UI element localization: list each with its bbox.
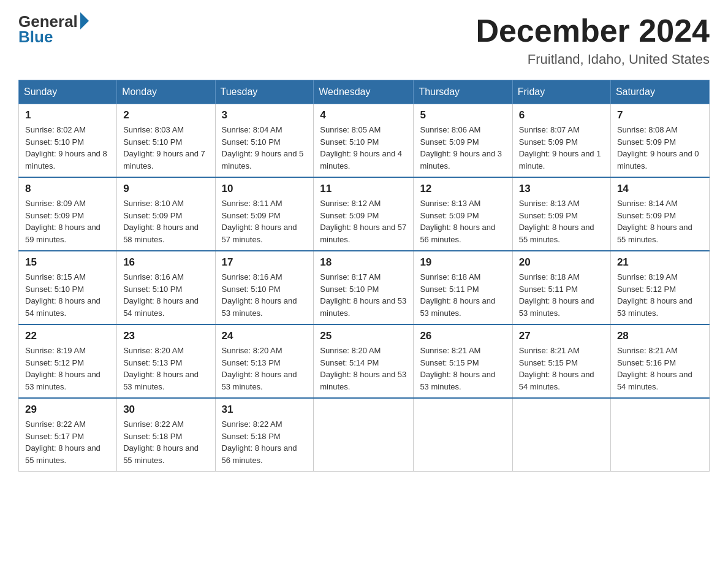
- calendar-cell: 2 Sunrise: 8:03 AMSunset: 5:10 PMDayligh…: [117, 104, 215, 178]
- day-number: 16: [123, 256, 208, 269]
- day-info: Sunrise: 8:22 AMSunset: 5:17 PMDaylight:…: [25, 419, 100, 465]
- day-info: Sunrise: 8:04 AMSunset: 5:10 PMDaylight:…: [222, 125, 304, 170]
- calendar-table: SundayMondayTuesdayWednesdayThursdayFrid…: [18, 80, 710, 472]
- day-number: 19: [420, 256, 506, 269]
- calendar-cell: 24 Sunrise: 8:20 AMSunset: 5:13 PMDaylig…: [215, 324, 314, 398]
- day-number: 29: [25, 404, 110, 416]
- day-number: 7: [617, 109, 703, 121]
- day-info: Sunrise: 8:05 AMSunset: 5:10 PMDaylight:…: [320, 125, 402, 170]
- calendar-week-row: 29 Sunrise: 8:22 AMSunset: 5:17 PMDaylig…: [19, 398, 710, 472]
- calendar-cell: [610, 398, 709, 472]
- calendar-cell: [512, 398, 610, 472]
- calendar-cell: 26 Sunrise: 8:21 AMSunset: 5:15 PMDaylig…: [414, 324, 512, 398]
- column-header-thursday: Thursday: [414, 80, 512, 104]
- day-info: Sunrise: 8:20 AMSunset: 5:14 PMDaylight:…: [320, 346, 406, 391]
- day-number: 30: [123, 404, 208, 416]
- day-number: 31: [222, 404, 308, 416]
- day-info: Sunrise: 8:02 AMSunset: 5:10 PMDaylight:…: [25, 125, 107, 170]
- day-number: 27: [519, 330, 604, 342]
- day-number: 24: [222, 330, 308, 342]
- column-header-tuesday: Tuesday: [215, 80, 314, 104]
- day-number: 21: [617, 256, 703, 269]
- calendar-cell: 29 Sunrise: 8:22 AMSunset: 5:17 PMDaylig…: [19, 398, 117, 472]
- day-info: Sunrise: 8:22 AMSunset: 5:18 PMDaylight:…: [123, 419, 199, 465]
- calendar-cell: 28 Sunrise: 8:21 AMSunset: 5:16 PMDaylig…: [610, 324, 709, 398]
- calendar-cell: 4 Sunrise: 8:05 AMSunset: 5:10 PMDayligh…: [314, 104, 414, 178]
- day-info: Sunrise: 8:19 AMSunset: 5:12 PMDaylight:…: [25, 346, 100, 391]
- calendar-cell: [414, 398, 512, 472]
- day-info: Sunrise: 8:20 AMSunset: 5:13 PMDaylight:…: [222, 346, 297, 391]
- logo-blue-text: Blue: [18, 28, 53, 47]
- calendar-cell: 8 Sunrise: 8:09 AMSunset: 5:09 PMDayligh…: [19, 177, 117, 251]
- title-section: December 2024 Fruitland, Idaho, United S…: [476, 12, 710, 67]
- day-info: Sunrise: 8:21 AMSunset: 5:16 PMDaylight:…: [617, 346, 692, 391]
- location-title: Fruitland, Idaho, United States: [476, 52, 710, 67]
- day-info: Sunrise: 8:16 AMSunset: 5:10 PMDaylight:…: [222, 272, 297, 318]
- column-header-friday: Friday: [512, 80, 610, 104]
- day-info: Sunrise: 8:19 AMSunset: 5:12 PMDaylight:…: [617, 272, 692, 318]
- calendar-cell: 14 Sunrise: 8:14 AMSunset: 5:09 PMDaylig…: [610, 177, 709, 251]
- calendar-cell: 9 Sunrise: 8:10 AMSunset: 5:09 PMDayligh…: [117, 177, 215, 251]
- day-number: 12: [420, 183, 506, 195]
- day-number: 25: [320, 330, 407, 342]
- day-info: Sunrise: 8:13 AMSunset: 5:09 PMDaylight:…: [420, 199, 495, 244]
- calendar-week-row: 15 Sunrise: 8:15 AMSunset: 5:10 PMDaylig…: [19, 251, 710, 324]
- calendar-cell: 17 Sunrise: 8:16 AMSunset: 5:10 PMDaylig…: [215, 251, 314, 324]
- calendar-cell: 6 Sunrise: 8:07 AMSunset: 5:09 PMDayligh…: [512, 104, 610, 178]
- calendar-header-row: SundayMondayTuesdayWednesdayThursdayFrid…: [19, 80, 710, 104]
- day-number: 18: [320, 256, 407, 269]
- column-header-monday: Monday: [117, 80, 215, 104]
- day-info: Sunrise: 8:08 AMSunset: 5:09 PMDaylight:…: [617, 125, 699, 170]
- day-info: Sunrise: 8:21 AMSunset: 5:15 PMDaylight:…: [519, 346, 594, 391]
- calendar-cell: 13 Sunrise: 8:13 AMSunset: 5:09 PMDaylig…: [512, 177, 610, 251]
- column-header-wednesday: Wednesday: [314, 80, 414, 104]
- day-info: Sunrise: 8:07 AMSunset: 5:09 PMDaylight:…: [519, 125, 601, 170]
- day-info: Sunrise: 8:20 AMSunset: 5:13 PMDaylight:…: [123, 346, 199, 391]
- calendar-cell: 10 Sunrise: 8:11 AMSunset: 5:09 PMDaylig…: [215, 177, 314, 251]
- calendar-cell: 21 Sunrise: 8:19 AMSunset: 5:12 PMDaylig…: [610, 251, 709, 324]
- column-header-sunday: Sunday: [19, 80, 117, 104]
- page-header: General Blue December 2024 Fruitland, Id…: [18, 12, 710, 67]
- day-number: 10: [222, 183, 308, 195]
- day-number: 15: [25, 256, 110, 269]
- calendar-cell: 19 Sunrise: 8:18 AMSunset: 5:11 PMDaylig…: [414, 251, 512, 324]
- calendar-week-row: 8 Sunrise: 8:09 AMSunset: 5:09 PMDayligh…: [19, 177, 710, 251]
- day-number: 6: [519, 109, 604, 121]
- day-number: 4: [320, 109, 407, 121]
- day-number: 22: [25, 330, 110, 342]
- day-number: 17: [222, 256, 308, 269]
- calendar-cell: 12 Sunrise: 8:13 AMSunset: 5:09 PMDaylig…: [414, 177, 512, 251]
- day-info: Sunrise: 8:14 AMSunset: 5:09 PMDaylight:…: [617, 199, 692, 244]
- calendar-cell: 18 Sunrise: 8:17 AMSunset: 5:10 PMDaylig…: [314, 251, 414, 324]
- calendar-cell: 22 Sunrise: 8:19 AMSunset: 5:12 PMDaylig…: [19, 324, 117, 398]
- day-number: 5: [420, 109, 506, 121]
- column-header-saturday: Saturday: [610, 80, 709, 104]
- day-info: Sunrise: 8:11 AMSunset: 5:09 PMDaylight:…: [222, 199, 297, 244]
- day-info: Sunrise: 8:22 AMSunset: 5:18 PMDaylight:…: [222, 419, 297, 465]
- day-info: Sunrise: 8:17 AMSunset: 5:10 PMDaylight:…: [320, 272, 406, 318]
- day-number: 3: [222, 109, 308, 121]
- day-number: 2: [123, 109, 208, 121]
- day-number: 8: [25, 183, 110, 195]
- calendar-cell: 1 Sunrise: 8:02 AMSunset: 5:10 PMDayligh…: [19, 104, 117, 178]
- calendar-cell: 30 Sunrise: 8:22 AMSunset: 5:18 PMDaylig…: [117, 398, 215, 472]
- calendar-week-row: 22 Sunrise: 8:19 AMSunset: 5:12 PMDaylig…: [19, 324, 710, 398]
- day-number: 11: [320, 183, 407, 195]
- month-title: December 2024: [476, 12, 710, 49]
- day-info: Sunrise: 8:15 AMSunset: 5:10 PMDaylight:…: [25, 272, 100, 318]
- day-info: Sunrise: 8:12 AMSunset: 5:09 PMDaylight:…: [320, 199, 406, 244]
- day-number: 23: [123, 330, 208, 342]
- day-number: 9: [123, 183, 208, 195]
- day-number: 1: [25, 109, 110, 121]
- calendar-cell: 27 Sunrise: 8:21 AMSunset: 5:15 PMDaylig…: [512, 324, 610, 398]
- day-info: Sunrise: 8:03 AMSunset: 5:10 PMDaylight:…: [123, 125, 205, 170]
- calendar-cell: 23 Sunrise: 8:20 AMSunset: 5:13 PMDaylig…: [117, 324, 215, 398]
- day-number: 26: [420, 330, 506, 342]
- day-number: 28: [617, 330, 703, 342]
- day-info: Sunrise: 8:16 AMSunset: 5:10 PMDaylight:…: [123, 272, 199, 318]
- day-info: Sunrise: 8:21 AMSunset: 5:15 PMDaylight:…: [420, 346, 495, 391]
- logo-arrow-icon: [80, 12, 89, 29]
- calendar-cell: 31 Sunrise: 8:22 AMSunset: 5:18 PMDaylig…: [215, 398, 314, 472]
- calendar-cell: 20 Sunrise: 8:18 AMSunset: 5:11 PMDaylig…: [512, 251, 610, 324]
- day-number: 14: [617, 183, 703, 195]
